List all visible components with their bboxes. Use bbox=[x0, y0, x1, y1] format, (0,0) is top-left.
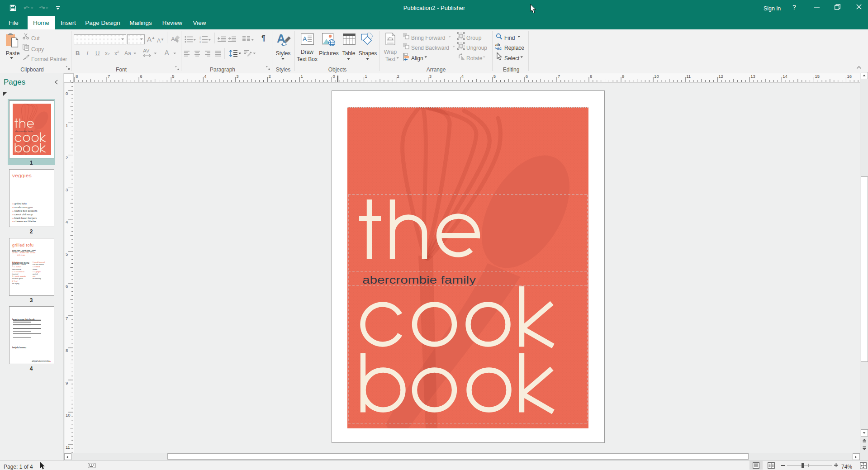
svg-text:3: 3 bbox=[429, 74, 432, 79]
svg-text:1: 1 bbox=[365, 74, 367, 79]
svg-text:9: 9 bbox=[66, 380, 68, 385]
svg-text:2: 2 bbox=[397, 74, 399, 79]
svg-text:ac: ac bbox=[497, 46, 502, 51]
svg-text:5: 5 bbox=[172, 74, 174, 79]
svg-text:15: 15 bbox=[815, 74, 820, 79]
svg-text:4: 4 bbox=[66, 219, 68, 224]
svg-text:8: 8 bbox=[590, 74, 592, 79]
svg-text:10: 10 bbox=[66, 413, 71, 418]
svg-text:9: 9 bbox=[622, 74, 624, 79]
svg-text:1: 1 bbox=[66, 123, 68, 128]
svg-text:6: 6 bbox=[140, 74, 142, 79]
svg-text:3: 3 bbox=[66, 187, 68, 192]
svg-text:0: 0 bbox=[66, 91, 68, 96]
svg-text:4: 4 bbox=[461, 74, 464, 79]
svg-text:3: 3 bbox=[199, 41, 201, 43]
svg-text:16: 16 bbox=[847, 74, 852, 79]
svg-text:10: 10 bbox=[654, 74, 659, 79]
svg-text:5: 5 bbox=[493, 74, 496, 79]
svg-text:A: A bbox=[303, 35, 307, 43]
svg-text:11: 11 bbox=[66, 445, 70, 450]
svg-text:8: 8 bbox=[66, 348, 68, 353]
svg-text:4: 4 bbox=[204, 74, 206, 79]
svg-text:6: 6 bbox=[526, 74, 528, 79]
svg-text:12: 12 bbox=[718, 74, 723, 79]
svg-text:13: 13 bbox=[750, 74, 755, 79]
svg-text:8: 8 bbox=[76, 74, 78, 79]
svg-text:3: 3 bbox=[236, 74, 238, 79]
svg-text:2: 2 bbox=[66, 155, 68, 160]
svg-text:2: 2 bbox=[268, 74, 270, 79]
svg-text:11: 11 bbox=[686, 74, 691, 79]
svg-text:14: 14 bbox=[783, 74, 787, 79]
svg-text:6: 6 bbox=[66, 284, 68, 289]
svg-text:1: 1 bbox=[300, 74, 303, 79]
svg-text:0: 0 bbox=[333, 74, 335, 79]
svg-text:7: 7 bbox=[108, 74, 110, 79]
svg-text:7: 7 bbox=[66, 316, 68, 321]
svg-text:5: 5 bbox=[66, 252, 68, 256]
svg-text:7: 7 bbox=[558, 74, 560, 79]
